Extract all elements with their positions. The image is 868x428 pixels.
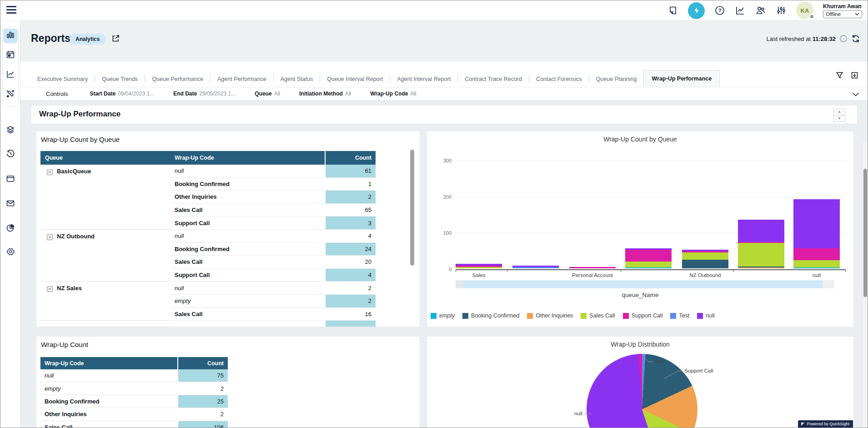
spinner-down-icon[interactable]: ▼ bbox=[834, 116, 845, 122]
collapse-icon[interactable]: − bbox=[47, 286, 53, 292]
notes-icon[interactable] bbox=[667, 5, 678, 16]
powered-by-quicksight-badge: Powered by QuickSight bbox=[798, 420, 853, 428]
tab-agent-performance[interactable]: Agent Performance bbox=[211, 71, 273, 87]
x-axis-tick bbox=[845, 269, 846, 272]
legend-item-other-inquiries[interactable]: Other Inquiries bbox=[527, 312, 573, 319]
legend-label: Other Inquiries bbox=[536, 312, 573, 319]
tab-wrap-up-performance[interactable]: Wrap-Up Performance bbox=[643, 70, 720, 87]
legend-item-sales-call[interactable]: Sales Call bbox=[581, 312, 615, 319]
avatar[interactable]: KA bbox=[796, 2, 813, 19]
last-refreshed-text: Last refreshed at 11:28:32 bbox=[766, 35, 836, 42]
sidebar-item-pie-chart[interactable] bbox=[3, 222, 18, 236]
legend-item-booking-confirmed[interactable]: Booking Confirmed bbox=[462, 312, 519, 319]
hamburger-menu-icon[interactable] bbox=[6, 6, 16, 15]
legend-item-null[interactable]: null bbox=[697, 312, 714, 319]
stacked-bar-column-2[interactable] bbox=[512, 266, 559, 268]
sidebar-item-history[interactable] bbox=[3, 147, 18, 162]
control-start-date[interactable]: Start Date09/04/2023 1... bbox=[90, 91, 154, 97]
controls-collapse-chevron-icon[interactable] bbox=[852, 91, 859, 99]
count-cell: 2 bbox=[178, 408, 228, 421]
pie-chart[interactable] bbox=[587, 354, 697, 428]
tab-agent-status[interactable]: Agent Status bbox=[274, 71, 320, 87]
legend-swatch bbox=[623, 313, 629, 319]
tab-queue-trends[interactable]: Queue Trends bbox=[95, 71, 145, 87]
sidebar-item-bar-chart[interactable] bbox=[3, 29, 18, 43]
chart-scrollbar-thumb[interactable] bbox=[463, 280, 823, 288]
layers-icon bbox=[6, 125, 15, 136]
sidebar-item-calendar[interactable] bbox=[3, 48, 18, 63]
column-header-queue[interactable]: Queue bbox=[40, 151, 171, 165]
legend-item-support-call[interactable]: Support Call bbox=[623, 312, 663, 319]
legend-swatch bbox=[670, 313, 676, 319]
bar-chart-x-axis-title: queue_Name bbox=[427, 292, 853, 298]
tab-queue-performance[interactable]: Queue Performance bbox=[145, 71, 210, 87]
controls-bar: Controls Start Date09/04/2023 1...End Da… bbox=[20, 87, 868, 101]
x-axis-line bbox=[456, 269, 846, 270]
legend-item-empty[interactable]: empty bbox=[431, 312, 455, 319]
stacked-bar-column-6[interactable] bbox=[738, 220, 784, 268]
column-header-wrapup-code[interactable]: Wrap-Up Code bbox=[171, 151, 325, 165]
realtime-flash-button[interactable] bbox=[688, 2, 705, 19]
report-tabs: Executive SummaryQueue TrendsQueue Perfo… bbox=[30, 69, 832, 87]
sidebar-item-layers[interactable] bbox=[3, 123, 18, 138]
tab-executive-summary[interactable]: Executive Summary bbox=[30, 71, 95, 87]
collapse-icon[interactable]: − bbox=[47, 234, 53, 240]
tab-contact-forensics[interactable]: Contact Forensics bbox=[529, 71, 589, 87]
stacked-bar-column-4[interactable] bbox=[625, 248, 672, 268]
sidebar-item-email[interactable] bbox=[3, 197, 18, 211]
app-window: ? KA Khurram Awan Offline bbox=[0, 0, 868, 428]
chart-horizontal-scrollbar[interactable] bbox=[456, 280, 834, 288]
legend-swatch bbox=[697, 313, 703, 319]
table-scrollbar-thumb[interactable] bbox=[410, 150, 414, 266]
control-wrap-up-code[interactable]: Wrap-Up CodeAll bbox=[370, 91, 416, 97]
control-initiation-method[interactable]: Initiation MethodAll bbox=[299, 91, 351, 97]
sidebar-item-line-chart[interactable] bbox=[3, 68, 18, 82]
collapse-icon[interactable]: − bbox=[47, 169, 53, 175]
control-end-date[interactable]: End Date29/05/2023 1... bbox=[173, 91, 236, 97]
control-label: Wrap-Up Code bbox=[370, 91, 408, 97]
sidebar-item-window[interactable] bbox=[3, 172, 18, 187]
column-header-count[interactable]: Count bbox=[326, 151, 376, 165]
wrapup-code-cell: Support Call bbox=[171, 217, 325, 230]
gridline-200 bbox=[456, 197, 846, 197]
wrapup-code-cell: Booking Confirmed bbox=[171, 178, 325, 191]
chart-scrollbar-left-box[interactable] bbox=[456, 280, 463, 288]
filter-icon[interactable] bbox=[836, 71, 843, 79]
help-icon[interactable]: ? bbox=[714, 5, 725, 16]
legend-item-test[interactable]: Test bbox=[670, 312, 689, 319]
refresh-icon[interactable] bbox=[851, 34, 860, 43]
spinner-up-icon[interactable]: ▲ bbox=[834, 109, 845, 116]
wrapup-count-by-queue-table-panel: Wrap-Up Count by Queue QueueWrap-Up Code… bbox=[36, 131, 420, 327]
control-queue[interactable]: QueueAll bbox=[255, 91, 280, 97]
sidebar-item-settings-gear[interactable] bbox=[3, 245, 18, 260]
main-scrollbar-thumb[interactable] bbox=[863, 169, 867, 297]
sliders-icon[interactable] bbox=[776, 5, 787, 16]
dashboard-actions bbox=[836, 71, 858, 79]
panel-scroll-spinner[interactable]: ▲ ▼ bbox=[833, 108, 845, 122]
bar-segment-empty bbox=[793, 267, 840, 268]
info-icon[interactable]: i bbox=[840, 35, 847, 42]
pie-label-null: null bbox=[574, 411, 582, 416]
download-icon[interactable] bbox=[851, 71, 858, 79]
tab-queue-interval-report[interactable]: Queue Interval Report bbox=[320, 71, 390, 87]
queue-group-cell: −NZ Sales bbox=[40, 282, 171, 321]
tab-agent-interval-report[interactable]: Agent Interval Report bbox=[390, 71, 457, 87]
tab-queue-planning[interactable]: Queue Planning bbox=[589, 71, 644, 87]
control-label: Start Date bbox=[90, 91, 115, 97]
count-cell: 2 bbox=[326, 191, 376, 204]
agents-icon[interactable] bbox=[755, 5, 766, 16]
sidebar-item-design-brush[interactable] bbox=[3, 87, 18, 102]
column-header-count[interactable]: Count bbox=[178, 357, 228, 369]
control-value: All bbox=[274, 91, 280, 97]
bar-segment-test bbox=[512, 267, 559, 268]
metrics-icon[interactable] bbox=[735, 5, 746, 16]
column-header-wrapup-code[interactable]: Wrap-Up Code bbox=[40, 357, 177, 369]
stacked-bar-sales[interactable] bbox=[456, 264, 502, 268]
stacked-bar-personal-account[interactable] bbox=[569, 267, 616, 268]
stacked-bar-nz-outbound[interactable] bbox=[682, 250, 728, 268]
external-link-icon[interactable] bbox=[111, 34, 120, 45]
status-select[interactable]: Offline bbox=[823, 10, 862, 18]
history-icon bbox=[6, 149, 15, 160]
tab-contract-trace-record[interactable]: Contract Trace Record bbox=[458, 71, 529, 87]
stacked-bar-null[interactable] bbox=[793, 199, 840, 268]
